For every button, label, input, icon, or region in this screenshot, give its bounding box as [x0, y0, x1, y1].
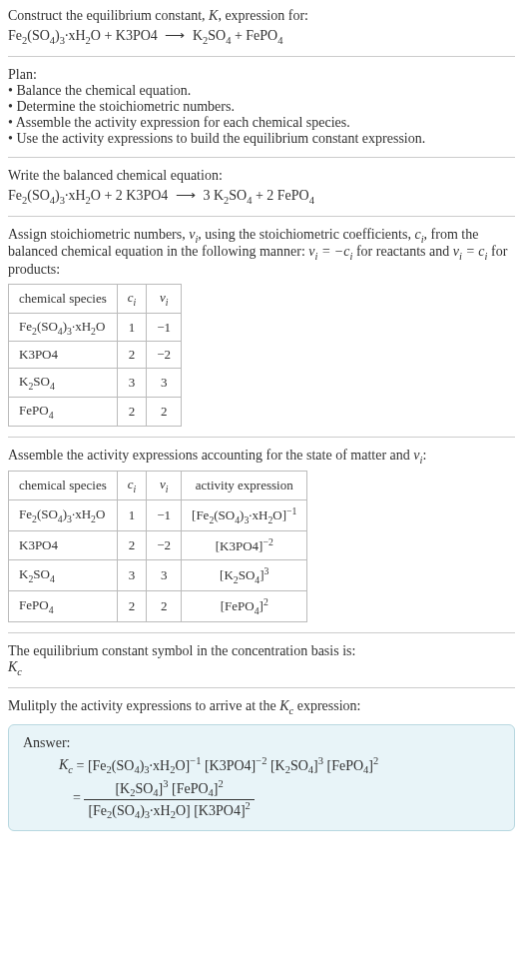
species-cell: K2SO4	[9, 560, 118, 591]
multiply-section: Mulitply the activity expressions to arr…	[8, 698, 515, 716]
stoich-text: , using the stoichiometric coefficients,	[198, 227, 414, 242]
ci-cell: 1	[117, 313, 147, 342]
ci-symbol: ci	[414, 227, 423, 242]
col-vi: νi	[147, 472, 182, 500]
table-row: K3PO4 2 −2 [K3PO4]−2	[9, 530, 307, 559]
divider	[8, 157, 515, 158]
activity-cell: [K3PO4]−2	[182, 530, 307, 559]
ci-cell: 1	[117, 499, 147, 530]
intro-text: Construct the equilibrium constant,	[8, 8, 209, 23]
ci-cell: 3	[117, 560, 147, 591]
vi-cell: 2	[147, 397, 182, 426]
numerator: [K2SO4]3 [FePO4]2	[84, 778, 254, 799]
assemble-end: :	[422, 448, 426, 463]
table-row: FePO4 2 2	[9, 397, 182, 426]
activity-cell: [FePO4]2	[182, 591, 307, 622]
plan-bullet: • Determine the stoichiometric numbers.	[8, 99, 515, 115]
col-species: chemical species	[9, 285, 118, 314]
answer-box: Answer: Kc = [Fe2(SO4)3·xH2O]−1 [K3PO4]−…	[8, 724, 515, 831]
kc-symbol: Kc	[8, 659, 515, 677]
ci-cell: 3	[117, 369, 147, 398]
species-cell: K3PO4	[9, 342, 118, 369]
table-row: K2SO4 3 3 [K2SO4]3	[9, 560, 307, 591]
table-row: K3PO4 2 −2	[9, 342, 182, 369]
species-cell: Fe2(SO4)3·xH2O	[9, 313, 118, 342]
balanced-equation: Fe2(SO4)3·xH2O + 2 K3PO4 ⟶ 3 K2SO4 + 2 F…	[8, 187, 515, 206]
table-header-row: chemical species ci νi	[9, 285, 182, 314]
species-cell: FePO4	[9, 397, 118, 426]
divider	[8, 632, 515, 633]
stoich-section: Assign stoichiometric numbers, νi, using…	[8, 227, 515, 279]
vi-symbol: νi	[189, 227, 198, 242]
answer-line2: = [K2SO4]3 [FePO4]2 [Fe2(SO4)3·xH2O] [K3…	[23, 778, 500, 820]
vi-cell: −1	[147, 499, 182, 530]
stoich-table: chemical species ci νi Fe2(SO4)3·xH2O 1 …	[8, 284, 182, 426]
plan-title: Plan:	[8, 67, 515, 83]
rel2: νi = ci	[453, 244, 488, 259]
plan-bullet: • Use the activity expressions to build …	[8, 131, 515, 147]
answer-line1: Kc = [Fe2(SO4)3·xH2O]−1 [K3PO4]−2 [K2SO4…	[23, 755, 500, 775]
unbalanced-equation: Fe2(SO4)3·xH2O + K3PO4 ⟶ K2SO4 + FePO4	[8, 27, 515, 46]
ci-cell: 2	[117, 530, 147, 559]
divider	[8, 687, 515, 688]
ci-cell: 2	[117, 342, 147, 369]
multiply-end: expression:	[293, 698, 360, 713]
ci-cell: 2	[117, 591, 147, 622]
plan-bullet: • Balance the chemical equation.	[8, 83, 515, 99]
species-cell: K2SO4	[9, 369, 118, 398]
fraction: [K2SO4]3 [FePO4]2 [Fe2(SO4)3·xH2O] [K3PO…	[84, 778, 254, 820]
col-vi: νi	[147, 285, 182, 314]
col-species: chemical species	[9, 472, 118, 500]
intro-section: Construct the equilibrium constant, K, e…	[8, 8, 515, 46]
assemble-title: Assemble the activity expressions accoun…	[8, 448, 413, 463]
col-activity: activity expression	[182, 472, 307, 500]
denominator: [Fe2(SO4)3·xH2O] [K3PO4]2	[84, 800, 254, 820]
symbol-section: The equilibrium constant symbol in the c…	[8, 643, 515, 677]
stoich-text: Assign stoichiometric numbers,	[8, 227, 189, 242]
table-row: Fe2(SO4)3·xH2O 1 −1 [Fe2(SO4)3·xH2O]−1	[9, 499, 307, 530]
vi-cell: −1	[147, 313, 182, 342]
vi-cell: 3	[147, 560, 182, 591]
activity-cell: [K2SO4]3	[182, 560, 307, 591]
intro-text-end: , expression for:	[218, 8, 308, 23]
activity-table: chemical species ci νi activity expressi…	[8, 471, 307, 622]
symbol-title: The equilibrium constant symbol in the c…	[8, 643, 515, 659]
assemble-section: Assemble the activity expressions accoun…	[8, 448, 515, 466]
plan-section: Plan: • Balance the chemical equation. •…	[8, 67, 515, 147]
kc-symbol: Kc	[279, 698, 293, 713]
divider	[8, 56, 515, 57]
col-ci: ci	[117, 472, 147, 500]
plan-bullet: • Assemble the activity expression for e…	[8, 115, 515, 131]
species-cell: K3PO4	[9, 530, 118, 559]
divider	[8, 216, 515, 217]
balanced-title: Write the balanced chemical equation:	[8, 168, 515, 184]
stoich-text: for reactants and	[352, 244, 452, 259]
divider	[8, 437, 515, 438]
vi-cell: −2	[147, 530, 182, 559]
table-row: FePO4 2 2 [FePO4]2	[9, 591, 307, 622]
table-header-row: chemical species ci νi activity expressi…	[9, 472, 307, 500]
rel1: νi = −ci	[308, 244, 352, 259]
species-cell: FePO4	[9, 591, 118, 622]
activity-cell: [Fe2(SO4)3·xH2O]−1	[182, 499, 307, 530]
col-ci: ci	[117, 285, 147, 314]
species-cell: Fe2(SO4)3·xH2O	[9, 499, 118, 530]
ci-cell: 2	[117, 397, 147, 426]
vi-cell: −2	[147, 342, 182, 369]
multiply-title: Mulitply the activity expressions to arr…	[8, 698, 279, 713]
k-symbol: K	[209, 8, 218, 23]
table-row: K2SO4 3 3	[9, 369, 182, 398]
answer-label: Answer:	[23, 735, 500, 751]
balanced-section: Write the balanced chemical equation: Fe…	[8, 168, 515, 206]
table-row: Fe2(SO4)3·xH2O 1 −1	[9, 313, 182, 342]
vi-cell: 2	[147, 591, 182, 622]
eq-sign: =	[73, 790, 81, 805]
vi-cell: 3	[147, 369, 182, 398]
